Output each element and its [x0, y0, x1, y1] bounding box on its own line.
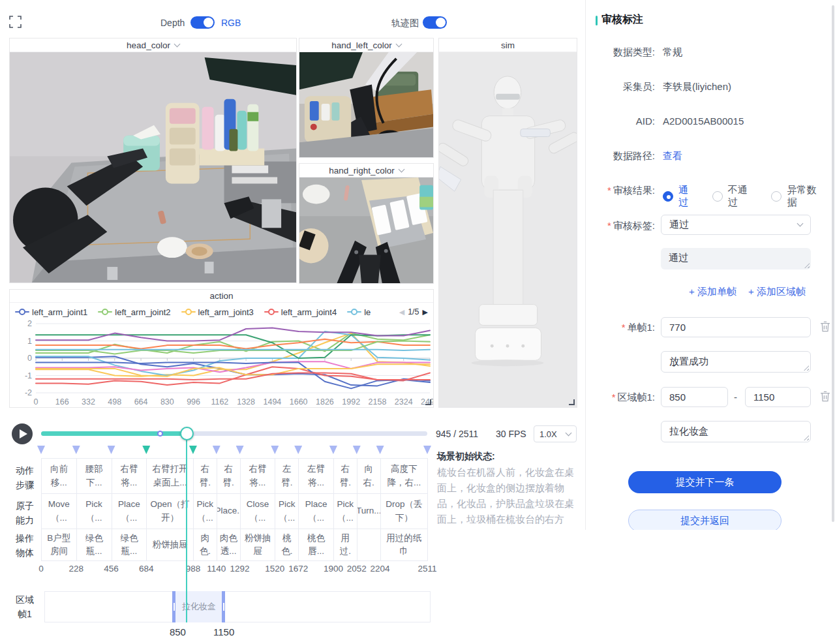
- resize-handle-icon[interactable]: [425, 399, 431, 405]
- action-step-cell[interactable]: 右臂将...: [241, 458, 276, 494]
- object-cell[interactable]: 桃色.: [275, 529, 299, 561]
- region-left-grip-icon[interactable]: [174, 603, 175, 611]
- atomic-skill-cell[interactable]: Pick（...: [77, 494, 112, 529]
- boundary-marker-1900[interactable]: [329, 446, 337, 454]
- delete-region-frame-icon[interactable]: [820, 391, 830, 402]
- atomic-skill-cell[interactable]: Drop（丢下）: [381, 494, 428, 529]
- action-step-cell[interactable]: 右臂.: [334, 458, 357, 494]
- axis-tick-label: 456: [104, 564, 119, 574]
- head-camera-selector[interactable]: head_color: [10, 38, 296, 52]
- boundary-marker-2204[interactable]: [376, 446, 384, 454]
- series-right_arm_joint6: [36, 373, 430, 380]
- boundary-marker-1292[interactable]: [236, 446, 244, 454]
- add-single-frame-link[interactable]: + 添加单帧: [689, 286, 736, 298]
- action-step-cell[interactable]: 右臂.: [217, 458, 241, 494]
- region-right-grip-icon[interactable]: [223, 603, 224, 611]
- svg-text:498: 498: [108, 397, 121, 406]
- object-cell[interactable]: B户型房间: [42, 529, 77, 561]
- submit-next-button[interactable]: 提交并下一条: [628, 471, 782, 493]
- legend-item-left_arm_joint1[interactable]: left_arm_joint1: [15, 307, 87, 317]
- legend-item-left_arm_joint2[interactable]: left_arm_joint2: [98, 307, 170, 317]
- action-step-cell[interactable]: 腰部下...: [77, 458, 112, 494]
- hand-left-camera-selector[interactable]: hand_left_color: [299, 38, 433, 52]
- atomic-skill-cell[interactable]: Pick（...: [194, 494, 217, 529]
- legend-item-le[interactable]: le: [347, 307, 371, 317]
- joint-trajectory-chart[interactable]: 210-1-2016633249866483099611621328149416…: [10, 320, 433, 407]
- object-cell[interactable]: 肉色.: [194, 529, 217, 561]
- single-frame-comment[interactable]: 放置成功: [661, 351, 811, 373]
- boundary-marker-1672[interactable]: [294, 446, 302, 454]
- object-cell[interactable]: 用过.: [334, 529, 357, 561]
- atomic-skill-cell[interactable]: Pick（...: [334, 494, 357, 529]
- legend-prev-icon[interactable]: ◀: [399, 308, 404, 316]
- object-cell[interactable]: 粉饼抽屉: [241, 529, 276, 561]
- boundary-marker-228[interactable]: [72, 446, 80, 454]
- region-start-input[interactable]: [661, 387, 728, 407]
- action-step-cell[interactable]: 右臂.: [194, 458, 217, 494]
- atomic-skill-cell[interactable]: Pick（...: [275, 494, 299, 529]
- radio-label-异常数据[interactable]: 异常数据: [787, 184, 826, 209]
- action-step-cell[interactable]: 高度下降，右...: [381, 458, 428, 494]
- data-path-view-link[interactable]: 查看: [663, 150, 682, 162]
- boundary-marker-2052[interactable]: [353, 446, 361, 454]
- single-frame-input[interactable]: [661, 317, 811, 337]
- region-frame-track[interactable]: 拉化妆盒: [44, 591, 431, 622]
- region-frame-block[interactable]: 拉化妆盒: [172, 591, 225, 622]
- delete-single-frame-icon[interactable]: [820, 321, 830, 332]
- region-frame-comment[interactable]: 拉化妆盒: [661, 421, 811, 442]
- atomic-skill-cell[interactable]: Place（...: [299, 494, 334, 529]
- action-step-cell[interactable]: 向前移...: [42, 458, 77, 494]
- atomic-skill-cell[interactable]: Move（...: [42, 494, 77, 529]
- radio-label-不通过[interactable]: 不通过: [728, 184, 757, 209]
- atomic-skill-cell[interactable]: Place（...: [112, 494, 147, 529]
- boundary-marker-684[interactable]: [142, 446, 150, 454]
- object-cell[interactable]: 绿色瓶...: [112, 529, 147, 561]
- radio-异常数据[interactable]: [771, 191, 782, 202]
- object-cell[interactable]: 桃色唇...: [299, 529, 334, 561]
- action-step-cell[interactable]: 左臂将...: [299, 458, 334, 494]
- review-tag-comment[interactable]: 通过: [661, 248, 811, 269]
- object-cell[interactable]: [357, 529, 381, 561]
- object-cell[interactable]: 绿色瓶...: [77, 529, 112, 561]
- review-tag-select[interactable]: 通过: [661, 215, 811, 235]
- single-frame-marker-dot[interactable]: [157, 431, 163, 437]
- atomic-skill-cell[interactable]: Place..: [217, 494, 241, 529]
- panel-scrollbar[interactable]: [832, 5, 834, 522]
- sim-viewport[interactable]: [439, 52, 577, 407]
- slider-handle[interactable]: [180, 427, 194, 440]
- boundary-marker-2511[interactable]: [423, 446, 431, 454]
- hand-right-camera-selector[interactable]: hand_right_color: [299, 164, 433, 177]
- resize-handle-icon[interactable]: [569, 399, 575, 405]
- boundary-marker-1520[interactable]: [271, 446, 279, 454]
- legend-marker-icon: [15, 309, 29, 315]
- region-end-input[interactable]: [745, 387, 811, 407]
- atomic-skill-cell[interactable]: Close（...: [241, 494, 276, 529]
- fullscreen-icon[interactable]: [9, 16, 22, 28]
- radio-不通过[interactable]: [712, 191, 723, 202]
- legend-next-icon[interactable]: ▶: [423, 308, 428, 316]
- timeline-slider[interactable]: [41, 431, 427, 436]
- playback-speed-select[interactable]: 1.0X: [534, 425, 577, 442]
- action-step-cell[interactable]: 左臂.: [275, 458, 299, 494]
- depth-rgb-toggle[interactable]: [190, 16, 215, 29]
- object-cell[interactable]: 肉色透...: [217, 529, 241, 561]
- radio-通过[interactable]: [663, 191, 673, 202]
- action-step-cell[interactable]: 向右.: [357, 458, 381, 494]
- submit-back-button[interactable]: 提交并返回: [628, 510, 782, 530]
- radio-label-通过[interactable]: 通过: [678, 184, 698, 209]
- chevron-down-icon: [566, 429, 572, 436]
- action-step-cell[interactable]: 右臂将...: [112, 458, 147, 494]
- boundary-marker-1140[interactable]: [213, 446, 220, 454]
- legend-item-left_arm_joint4[interactable]: left_arm_joint4: [264, 307, 337, 317]
- head-camera-photo: [10, 52, 296, 283]
- trajectory-toggle[interactable]: [423, 16, 447, 29]
- play-button[interactable]: [12, 423, 33, 444]
- boundary-marker-988[interactable]: [189, 446, 197, 454]
- atomic-skill-cell[interactable]: Turn...: [357, 494, 381, 529]
- boundary-marker-456[interactable]: [108, 446, 115, 454]
- legend-item-left_arm_joint3[interactable]: left_arm_joint3: [181, 307, 254, 317]
- add-region-frame-link[interactable]: + 添加区域帧: [748, 286, 806, 298]
- object-cell[interactable]: 用过的纸巾: [381, 529, 428, 561]
- boundary-marker-0[interactable]: [37, 446, 45, 454]
- svg-text:-2: -2: [25, 388, 32, 397]
